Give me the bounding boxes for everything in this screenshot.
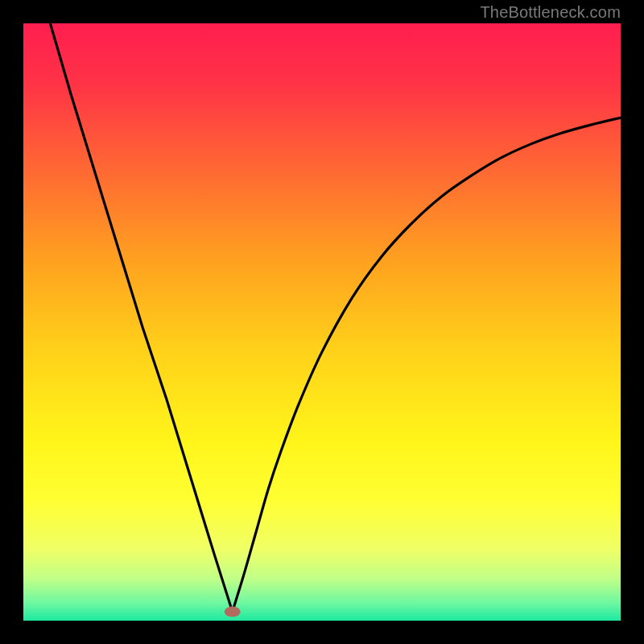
watermark-label: TheBottleneck.com <box>480 3 621 22</box>
chart-svg <box>23 23 621 621</box>
gradient-background <box>23 23 621 621</box>
chart-frame <box>23 23 621 621</box>
minimum-marker <box>225 606 241 617</box>
